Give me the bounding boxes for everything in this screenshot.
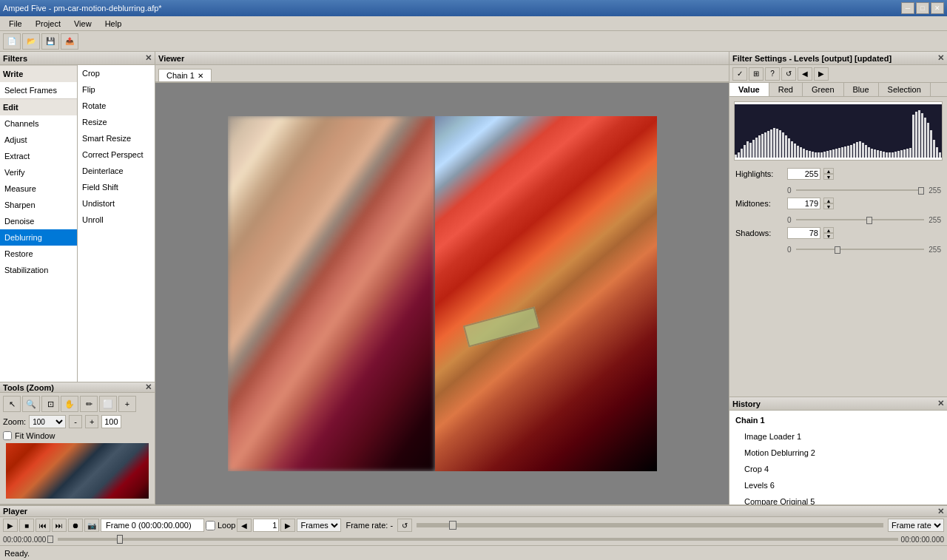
settings-tab-green[interactable]: Green bbox=[803, 83, 844, 96]
toolbar-save-button[interactable]: 💾 bbox=[41, 33, 59, 50]
filter-channels[interactable]: Channels bbox=[0, 115, 77, 132]
midtones-spin-up[interactable]: ▲ bbox=[823, 198, 834, 203]
player-stop-button[interactable]: ■ bbox=[19, 519, 34, 532]
tool-add[interactable]: + bbox=[118, 396, 136, 412]
close-button[interactable]: ✕ bbox=[931, 2, 944, 14]
zoom-select[interactable]: 100 50 200 bbox=[29, 415, 66, 428]
zoom-value-display: 100 bbox=[101, 415, 121, 428]
settings-help-button[interactable]: ? bbox=[765, 67, 780, 81]
filter-stabilization[interactable]: Stabilization bbox=[0, 262, 77, 278]
player-seek-thumb[interactable] bbox=[449, 521, 456, 530]
player-next-frame-button[interactable]: ⏭ bbox=[52, 519, 67, 532]
filter-sharpen[interactable]: Sharpen bbox=[0, 197, 77, 213]
player-play-button[interactable]: ▶ bbox=[3, 519, 18, 532]
filters-close-button[interactable]: ✕ bbox=[145, 53, 152, 63]
timeline-bar[interactable] bbox=[58, 538, 897, 541]
filter-deinterlace[interactable]: Deinterlace bbox=[78, 163, 155, 179]
menu-file[interactable]: File bbox=[3, 18, 28, 30]
filter-edit-header: Edit bbox=[0, 98, 77, 115]
history-chain1[interactable]: Chain 1 bbox=[731, 412, 946, 428]
settings-apply-button[interactable]: ✓ bbox=[732, 67, 747, 81]
settings-tab-value[interactable]: Value bbox=[729, 83, 769, 96]
tool-zoom-in[interactable]: 🔍 bbox=[22, 396, 40, 412]
shadows-spin-up[interactable]: ▲ bbox=[823, 227, 834, 233]
midtones-min: 0 bbox=[787, 216, 792, 224]
svg-rect-54 bbox=[892, 152, 894, 158]
player-prev-frame-button[interactable]: ⏮ bbox=[36, 519, 50, 532]
highlights-range-row: 0 255 bbox=[735, 186, 941, 198]
filter-extract[interactable]: Extract bbox=[0, 148, 77, 164]
midtones-input[interactable]: 179 bbox=[787, 198, 820, 209]
player-snapshot-button[interactable]: 📷 bbox=[84, 519, 99, 532]
player-rate-select[interactable]: Frame rate 25 fps 30 fps bbox=[888, 519, 944, 532]
tool-measure[interactable]: ✏ bbox=[80, 396, 98, 412]
player-frame-input[interactable]: 1 bbox=[253, 519, 279, 532]
filter-unroll[interactable]: Unroll bbox=[78, 212, 155, 228]
filter-flip[interactable]: Flip bbox=[78, 81, 155, 98]
menu-help[interactable]: Help bbox=[99, 18, 128, 30]
player-close-button[interactable]: ✕ bbox=[937, 507, 944, 516]
filter-restore[interactable]: Restore bbox=[0, 246, 77, 262]
maximize-button[interactable]: □ bbox=[916, 2, 929, 14]
settings-tab-blue[interactable]: Blue bbox=[844, 83, 879, 96]
filter-resize[interactable]: Resize bbox=[78, 114, 155, 130]
zoom-increase-button[interactable]: + bbox=[85, 415, 98, 428]
menu-project[interactable]: Project bbox=[30, 18, 67, 30]
player-prev-button[interactable]: ◀ bbox=[237, 519, 252, 532]
player-next-button[interactable]: ▶ bbox=[280, 519, 295, 532]
filter-crop[interactable]: Crop bbox=[78, 65, 155, 81]
filter-select-frames[interactable]: Select Frames bbox=[0, 82, 77, 98]
filter-correct-perspect[interactable]: Correct Perspect bbox=[78, 146, 155, 163]
player-seek-bar[interactable] bbox=[417, 523, 883, 527]
tool-select[interactable]: ↖ bbox=[3, 396, 21, 412]
filter-field-shift[interactable]: Field Shift bbox=[78, 179, 155, 195]
history-compareoriginal[interactable]: Compare Original 5 bbox=[731, 493, 946, 505]
history-close-button[interactable]: ✕ bbox=[937, 399, 944, 408]
highlights-spin-down[interactable]: ▼ bbox=[823, 174, 834, 180]
player-record-button[interactable]: ⏺ bbox=[68, 519, 83, 532]
toolbar-export-button[interactable]: 📤 bbox=[61, 33, 78, 50]
history-motiondeblur[interactable]: Motion Deblurring 2 bbox=[731, 445, 946, 461]
toolbar-open-button[interactable]: 📂 bbox=[22, 33, 40, 50]
filter-undistort[interactable]: Undistort bbox=[78, 195, 155, 212]
settings-tab-selection[interactable]: Selection bbox=[879, 83, 931, 96]
history-imageloader[interactable]: Image Loader 1 bbox=[731, 428, 946, 445]
highlights-spinner: ▲ ▼ bbox=[823, 168, 834, 180]
filter-smart-resize[interactable]: Smart Resize bbox=[78, 130, 155, 146]
minimize-button[interactable]: ─ bbox=[901, 2, 914, 14]
filter-verify[interactable]: Verify bbox=[0, 164, 77, 181]
settings-refresh-button[interactable]: ↺ bbox=[781, 67, 796, 81]
tool-pan[interactable]: ✋ bbox=[61, 396, 78, 412]
history-crop[interactable]: Crop 4 bbox=[731, 461, 946, 477]
menu-view[interactable]: View bbox=[68, 18, 98, 30]
fit-window-checkbox[interactable] bbox=[3, 431, 12, 440]
filter-deblurring[interactable]: Deblurring bbox=[0, 229, 77, 246]
viewer-tab-close[interactable]: ✕ bbox=[198, 72, 203, 80]
shadows-input[interactable]: 78 bbox=[787, 227, 820, 239]
highlights-input[interactable]: 255 bbox=[787, 168, 820, 180]
tool-region[interactable]: ⬜ bbox=[99, 396, 117, 412]
zoom-decrease-button[interactable]: - bbox=[69, 415, 82, 428]
filter-settings-close[interactable]: ✕ bbox=[937, 53, 944, 63]
history-levels[interactable]: Levels 6 bbox=[731, 477, 946, 493]
settings-back-button[interactable]: ◀ bbox=[798, 67, 812, 81]
viewer-tab-chain1[interactable]: Chain 1 ✕ bbox=[158, 69, 212, 81]
midtones-spin-down[interactable]: ▼ bbox=[823, 203, 834, 209]
settings-forward-button[interactable]: ▶ bbox=[814, 67, 829, 81]
midtones-row: Midtones: 179 ▲ ▼ bbox=[735, 198, 941, 209]
player-loop-back-button[interactable]: ↺ bbox=[397, 519, 412, 532]
svg-rect-31 bbox=[823, 152, 826, 158]
settings-copy-button[interactable]: ⊞ bbox=[749, 67, 764, 81]
filter-denoise[interactable]: Denoise bbox=[0, 213, 77, 229]
player-frame-type-select[interactable]: Frames Time bbox=[297, 519, 341, 532]
shadows-spin-down[interactable]: ▼ bbox=[823, 233, 834, 239]
tools-close-button[interactable]: ✕ bbox=[145, 382, 152, 392]
filter-rotate[interactable]: Rotate bbox=[78, 98, 155, 114]
filter-measure[interactable]: Measure bbox=[0, 181, 77, 197]
toolbar-new-button[interactable]: 📄 bbox=[3, 33, 21, 50]
filter-adjust[interactable]: Adjust bbox=[0, 132, 77, 148]
settings-tab-red[interactable]: Red bbox=[769, 83, 803, 96]
tool-crop[interactable]: ⊡ bbox=[41, 396, 59, 412]
highlights-spin-up[interactable]: ▲ bbox=[823, 168, 834, 174]
player-loop-checkbox[interactable] bbox=[206, 521, 215, 530]
